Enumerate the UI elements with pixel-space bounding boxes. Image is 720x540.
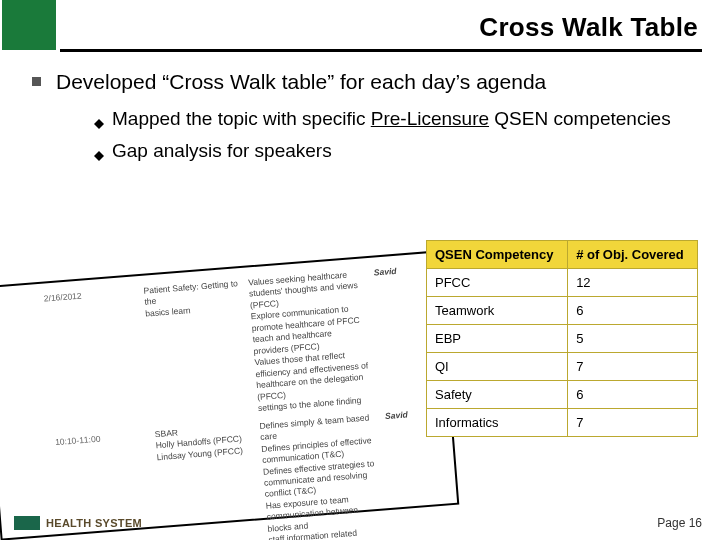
bullet-sub1-underline: Pre-Licensure [371, 108, 489, 129]
td-count: 5 [568, 325, 698, 353]
bullet-main-text: Developed “Cross Walk table” for each da… [56, 70, 546, 93]
crosswalk-sheet: 2/16/2012 Patient Safety: Getting to the… [0, 250, 459, 540]
bullet-sub1: Mapped the topic with specific Pre-Licen… [32, 108, 680, 130]
bullet-sub1-b: QSEN competencies [489, 108, 671, 129]
th-count: # of Obj. Covered [568, 241, 698, 269]
slide-title: Cross Walk Table [479, 12, 698, 43]
td-count: 7 [568, 409, 698, 437]
td-competency: PFCC [427, 269, 568, 297]
bullet-sub2: Gap analysis for speakers [32, 140, 680, 162]
td-count: 6 [568, 381, 698, 409]
td-count: 7 [568, 353, 698, 381]
figure-area: 2/16/2012 Patient Safety: Getting to the… [0, 228, 720, 506]
td-count: 6 [568, 297, 698, 325]
slide-body: Developed “Cross Walk table” for each da… [0, 52, 720, 162]
square-bullet-icon [32, 77, 41, 86]
table-row: Teamwork6 [427, 297, 698, 325]
table-row: PFCC12 [427, 269, 698, 297]
td-competency: QI [427, 353, 568, 381]
diamond-bullet-icon [94, 146, 104, 156]
diamond-bullet-icon [94, 114, 104, 124]
td-competency: EBP [427, 325, 568, 353]
logo: HEALTH SYSTEM [14, 516, 142, 530]
logo-text: HEALTH SYSTEM [46, 517, 142, 529]
bullet-main: Developed “Cross Walk table” for each da… [32, 70, 680, 94]
bullet-sub2-text: Gap analysis for speakers [112, 140, 332, 161]
th-competency: QSEN Competency [427, 241, 568, 269]
table-header-row: QSEN Competency # of Obj. Covered [427, 241, 698, 269]
qsen-table: QSEN Competency # of Obj. Covered PFCC12… [426, 240, 698, 437]
td-competency: Safety [427, 381, 568, 409]
td-competency: Informatics [427, 409, 568, 437]
slide-footer: HEALTH SYSTEM Page 16 [0, 510, 720, 536]
table-row: EBP5 [427, 325, 698, 353]
bullet-sub1-a: Mapped the topic with specific [112, 108, 371, 129]
td-count: 12 [568, 269, 698, 297]
sheet-date: 2/16/2012 [43, 286, 144, 430]
table-row: Safety6 [427, 381, 698, 409]
logo-mark-icon [14, 516, 40, 530]
table-row: QI7 [427, 353, 698, 381]
header-accent-block [2, 0, 56, 50]
slide-header: Cross Walk Table [60, 0, 702, 52]
page-number: Page 16 [657, 516, 702, 530]
td-competency: Teamwork [427, 297, 568, 325]
table-row: Informatics7 [427, 409, 698, 437]
